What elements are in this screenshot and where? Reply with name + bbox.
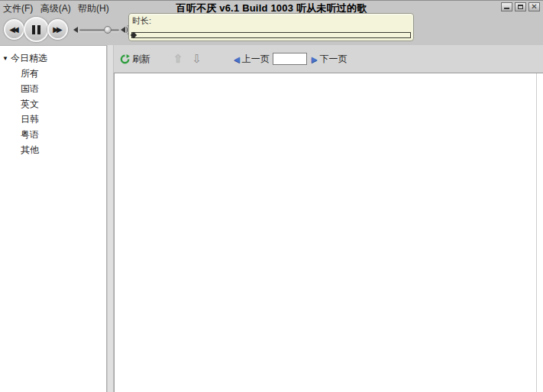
refresh-icon <box>120 54 130 64</box>
now-playing-panel: 时长: <box>128 13 414 41</box>
toolbar: 刷新 ⇧ ⇩ ◀ 上一页 ▶ 下一页 <box>114 45 543 73</box>
sidebar-root-today-picks[interactable]: ▼ 今日精选 <box>0 50 106 66</box>
volume-knob[interactable] <box>104 26 112 34</box>
pause-button[interactable] <box>24 17 49 42</box>
previous-track-button[interactable]: ◀◀ <box>4 19 24 40</box>
titlebar: 文件(F) 高级(A) 帮助(H) 百听不厌 v6.1 Build 1003 听… <box>0 2 543 13</box>
sidebar-divider <box>108 45 114 392</box>
duration-label: 时长: <box>132 15 151 27</box>
rewind-icon: ◀◀ <box>9 25 18 34</box>
previous-page-label: 上一页 <box>242 53 270 66</box>
maximize-icon <box>518 5 523 9</box>
sidebar-item-all[interactable]: 所有 <box>0 66 106 81</box>
sidebar-item-english[interactable]: 英文 <box>0 96 106 112</box>
seek-handle[interactable] <box>131 32 137 38</box>
forward-icon: ▶▶ <box>53 25 62 34</box>
maximize-button[interactable] <box>515 2 526 11</box>
seek-bar[interactable] <box>131 32 411 38</box>
refresh-label: 刷新 <box>132 53 150 66</box>
page-number-input[interactable] <box>273 53 307 65</box>
close-icon: ✕ <box>531 3 537 11</box>
volume-control <box>73 24 128 36</box>
close-button[interactable]: ✕ <box>528 2 540 11</box>
volume-slider[interactable] <box>79 29 119 31</box>
previous-page-icon: ◀ <box>234 55 240 63</box>
app-window: 文件(F) 高级(A) 帮助(H) 百听不厌 v6.1 Build 1003 听… <box>0 0 543 392</box>
previous-page-button[interactable]: ◀ 上一页 <box>234 53 270 66</box>
minimize-icon <box>504 8 509 9</box>
next-page-icon: ▶ <box>312 55 318 63</box>
window-controls: ✕ <box>501 2 540 11</box>
move-up-icon[interactable]: ⇧ <box>173 52 183 66</box>
tree-expander-icon[interactable]: ▼ <box>2 55 8 62</box>
next-track-button[interactable]: ▶▶ <box>47 19 68 40</box>
volume-low-icon <box>73 27 78 33</box>
song-list-panel[interactable] <box>114 73 543 392</box>
pause-icon <box>32 25 40 34</box>
sidebar-root-label: 今日精选 <box>11 52 47 65</box>
next-page-button[interactable]: ▶ 下一页 <box>312 53 347 66</box>
refresh-button[interactable]: 刷新 <box>120 53 150 66</box>
move-down-icon[interactable]: ⇩ <box>192 52 202 66</box>
sidebar-item-japan-korea[interactable]: 日韩 <box>0 112 106 127</box>
sidebar-item-other[interactable]: 其他 <box>0 142 106 157</box>
minimize-button[interactable] <box>501 2 512 11</box>
sidebar-item-cantonese[interactable]: 粤语 <box>0 127 106 142</box>
sidebar-item-mandarin[interactable]: 国语 <box>0 81 106 96</box>
next-page-label: 下一页 <box>320 53 347 66</box>
sidebar: ▼ 今日精选 所有 国语 英文 日韩 粤语 其他 <box>0 45 107 392</box>
panel-edge-line <box>536 73 537 392</box>
